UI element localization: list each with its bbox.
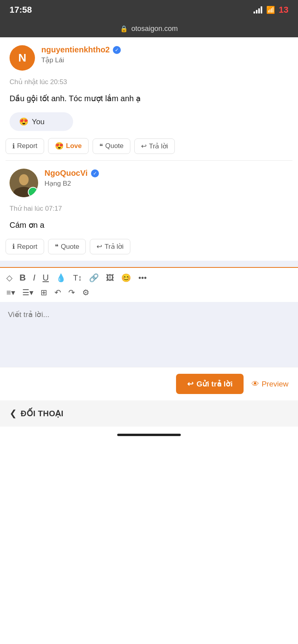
compose-container: ◇ B I U 💧 T↕ 🔗 🖼 😊 ••• ≡▾ ☰▾ ⊞ ↶ ↷ ⚙ — [0, 261, 298, 367]
report-button-2[interactable]: ℹ Report — [6, 239, 44, 254]
first-post-username[interactable]: nguyentienkhtho2 — [41, 45, 110, 54]
second-post-rank: Hạng B2 — [45, 179, 99, 188]
avatar-silhouette — [10, 169, 38, 197]
submit-reply-button[interactable]: ↩ Gửi trả lời — [176, 374, 244, 394]
undo-icon[interactable]: ↶ — [54, 288, 61, 297]
second-post-header: NgoQuocVi ✓ Hạng B2 — [0, 161, 298, 201]
first-post-verified-badge: ✓ — [113, 46, 121, 54]
underline-icon[interactable]: U — [43, 273, 49, 283]
reaction-label: You — [32, 117, 45, 126]
first-post-rank: Tập Lái — [41, 56, 121, 64]
bottom-actions: ↩ Gửi trả lời 👁 Preview — [0, 367, 298, 400]
eraser-icon[interactable]: ◇ — [6, 273, 12, 283]
first-post-timestamp: Chủ nhật lúc 20:53 — [0, 75, 298, 90]
first-post-username-row: nguyentienkhtho2 ✓ — [41, 45, 121, 54]
redo-icon[interactable]: ↷ — [68, 288, 75, 297]
second-post-verified-badge: ✓ — [91, 169, 99, 177]
link-icon[interactable]: 🔗 — [89, 273, 99, 283]
home-bar — [117, 434, 181, 436]
second-post-actions: ℹ Report ❝ Quote ↩ Trả lời — [0, 236, 298, 261]
first-post-user-info: nguyentienkhtho2 ✓ Tập Lái — [41, 45, 121, 64]
content-area: N nguyentienkhtho2 ✓ Tập Lái Chủ nhật lú… — [0, 37, 298, 446]
quote-button-2[interactable]: ❝ Quote — [48, 239, 86, 254]
settings-icon[interactable]: ⚙ — [82, 288, 89, 297]
reaction-bubble[interactable]: 😍 You — [10, 112, 73, 131]
image-icon[interactable]: 🖼 — [106, 273, 114, 283]
signal-icon — [253, 6, 262, 13]
quote-icon-2: ❝ — [55, 242, 58, 251]
love-emoji-1: 😍 — [55, 142, 64, 150]
report-button-1[interactable]: ℹ Report — [6, 138, 44, 154]
list-icon[interactable]: ☰▾ — [22, 288, 33, 297]
table-icon[interactable]: ⊞ — [41, 288, 47, 297]
wifi-icon: 📶 — [266, 6, 275, 14]
second-post-username[interactable]: NgoQuocVi — [45, 169, 88, 178]
chevron-left-icon: ❮ — [10, 408, 17, 419]
reply-button-2[interactable]: ↩ Trả lời — [90, 239, 130, 254]
second-post-timestamp: Thứ hai lúc 07:17 — [0, 201, 298, 217]
more-icon[interactable]: ••• — [138, 273, 147, 283]
reply-textarea[interactable] — [0, 302, 298, 365]
bold-icon[interactable]: B — [19, 273, 26, 283]
preview-button[interactable]: 👁 Preview — [252, 380, 288, 388]
love-button-1[interactable]: 😍 Love — [48, 138, 89, 154]
second-post-avatar — [10, 169, 38, 197]
first-post-actions: ℹ Report 😍 Love ❝ Quote ↩ Trả lời — [0, 136, 298, 160]
color-icon[interactable]: 💧 — [56, 273, 66, 283]
lock-icon: 🔒 — [120, 25, 128, 33]
status-icons: 📶 13 — [253, 5, 288, 15]
url-bar: 🔒 otosaigon.com — [0, 20, 298, 37]
first-post-avatar: N — [10, 45, 35, 71]
quote-button-1[interactable]: ❝ Quote — [93, 138, 130, 154]
reply-icon-2: ↩ — [97, 242, 102, 251]
toolbar-row2: ≡▾ ☰▾ ⊞ ↶ ↷ ⚙ — [0, 285, 298, 302]
quote-icon-1: ❝ — [99, 142, 103, 150]
first-post-header: N nguyentienkhtho2 ✓ Tập Lái — [0, 37, 298, 75]
battery-level: 13 — [279, 5, 288, 15]
second-post-message: Cám ơn a — [0, 217, 298, 236]
nav-label: ĐỐI THOẠI — [21, 409, 64, 418]
report-icon-1: ℹ — [12, 142, 15, 150]
preview-eye-icon: 👁 — [252, 380, 259, 388]
submit-arrow-icon: ↩ — [187, 379, 194, 388]
second-post-user-info: NgoQuocVi ✓ Hạng B2 — [45, 169, 99, 188]
emoji-icon[interactable]: 😊 — [121, 273, 131, 283]
italic-icon[interactable]: I — [33, 273, 35, 283]
align-icon[interactable]: ≡▾ — [6, 288, 15, 297]
first-post-message: Dầu gội tốt anh. Tóc mượt lắm anh ạ — [0, 90, 298, 110]
report-icon-2: ℹ — [12, 242, 15, 251]
svg-point-1 — [19, 174, 29, 185]
font-size-icon[interactable]: T↕ — [73, 273, 82, 283]
url-text: otosaigon.com — [131, 25, 178, 33]
reaction-emoji: 😍 — [19, 117, 29, 126]
doi-thoai-nav[interactable]: ❮ ĐỐI THOẠI — [0, 400, 298, 427]
status-bar: 17:58 📶 13 — [0, 0, 298, 20]
reply-icon-1: ↩ — [141, 142, 147, 150]
svg-point-3 — [29, 188, 36, 195]
toolbar-top: ◇ B I U 💧 T↕ 🔗 🖼 😊 ••• — [0, 267, 298, 285]
home-indicator — [0, 427, 298, 446]
reply-button-1[interactable]: ↩ Trả lời — [134, 138, 175, 154]
status-time: 17:58 — [10, 5, 32, 15]
second-post-username-row: NgoQuocVi ✓ — [45, 169, 99, 178]
